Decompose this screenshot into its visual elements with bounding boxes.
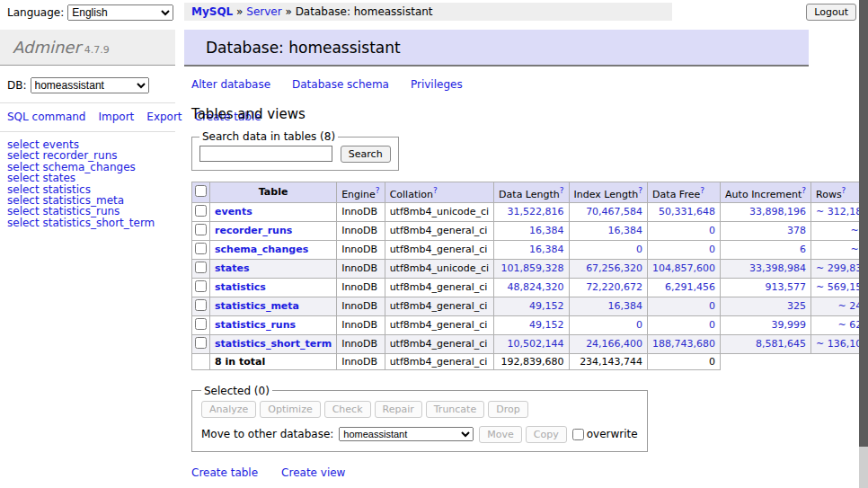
- tables-list: TableEngine?Collation?Data Length?Index …: [191, 182, 868, 370]
- index-length-cell: 67,256,320: [569, 259, 648, 278]
- table-name-cell: statistics_short_term: [210, 334, 337, 353]
- row-checkbox[interactable]: [195, 299, 207, 311]
- language-label: Language:: [7, 6, 64, 19]
- column-help-link[interactable]: ?: [842, 186, 846, 195]
- sidebar-actions: SQL commandImportExportCreate table: [0, 103, 175, 132]
- drop-button[interactable]: Drop: [488, 401, 527, 418]
- move-button[interactable]: Move: [479, 426, 522, 443]
- copy-button[interactable]: Copy: [526, 426, 567, 443]
- language-select[interactable]: English: [67, 4, 173, 21]
- column-help-link[interactable]: ?: [802, 186, 806, 195]
- table-links: select eventsselect recorder_runsselect …: [0, 132, 175, 235]
- app-version: 4.7.9: [84, 44, 110, 56]
- row-checkbox-cell: [192, 297, 210, 315]
- table-name-link[interactable]: states: [215, 262, 250, 274]
- auto-increment-cell: 378: [721, 221, 811, 240]
- row-checkbox[interactable]: [195, 262, 207, 273]
- breadcrumb-separator: »: [285, 5, 291, 18]
- analyze-button[interactable]: Analyze: [201, 401, 256, 418]
- search-input[interactable]: [199, 146, 332, 162]
- logout-button[interactable]: Logout: [806, 4, 856, 21]
- column-help-link[interactable]: ?: [433, 186, 438, 195]
- search-button[interactable]: Search: [341, 146, 391, 163]
- table-row: statisticsInnoDButf8mb4_general_ci48,824…: [192, 278, 868, 297]
- page-title: Database: homeassistant: [184, 30, 809, 67]
- sidebar-action-link[interactable]: Import: [98, 111, 134, 123]
- row-checkbox[interactable]: [195, 280, 207, 292]
- database-action-link[interactable]: Alter database: [191, 78, 270, 91]
- column-help-link[interactable]: ?: [638, 186, 642, 195]
- vertical-scrollbar[interactable]: [859, 0, 868, 488]
- engine-cell: InnoDB: [337, 240, 385, 259]
- auto-increment-cell: 6: [721, 240, 811, 259]
- scrollbar-thumb[interactable]: [859, 0, 868, 447]
- sidebar-select-link[interactable]: select statistics_runs: [7, 206, 168, 217]
- table-row: statistics_runsInnoDButf8mb4_general_ci4…: [192, 315, 868, 334]
- database-action-link[interactable]: Privileges: [411, 78, 463, 91]
- column-help-link[interactable]: ?: [376, 186, 380, 195]
- breadcrumb-current: Database: homeassistant: [296, 5, 433, 18]
- column-help-link[interactable]: ?: [700, 186, 704, 195]
- app-logo: Adminer4.7.9: [0, 30, 175, 66]
- index-length-cell: 16,384: [569, 297, 648, 315]
- database-links: Alter databaseDatabase schemaPrivileges: [191, 78, 809, 91]
- check-button[interactable]: Check: [324, 401, 371, 418]
- table-name-link[interactable]: statistics_short_term: [215, 338, 332, 350]
- truncate-button[interactable]: Truncate: [426, 401, 484, 418]
- column-header: Table: [210, 182, 337, 203]
- create-link[interactable]: Create table: [191, 466, 258, 479]
- sidebar-action-link[interactable]: SQL command: [7, 111, 85, 123]
- table-name-link[interactable]: recorder_runs: [215, 225, 292, 236]
- create-link[interactable]: Create view: [281, 466, 345, 479]
- row-checkbox[interactable]: [195, 205, 207, 217]
- breadcrumb-server-link[interactable]: Server: [246, 5, 281, 18]
- sidebar-action-link[interactable]: Export: [146, 111, 182, 123]
- index-length-cell: 70,467,584: [569, 202, 648, 221]
- index-length-cell: 24,166,400: [569, 334, 648, 353]
- sidebar-select-link[interactable]: select states: [7, 173, 168, 183]
- engine-cell: InnoDB: [337, 315, 385, 334]
- breadcrumb-separator: »: [236, 5, 243, 18]
- row-checkbox[interactable]: [195, 224, 207, 235]
- table-name-link[interactable]: statistics_runs: [215, 319, 296, 331]
- row-checkbox-cell: [192, 278, 210, 297]
- data-free-cell: 188,743,680: [648, 334, 721, 353]
- collation-cell: utf8mb4_general_ci: [385, 334, 493, 353]
- row-checkbox[interactable]: [195, 318, 207, 330]
- search-legend: Search data in tables (8): [199, 130, 338, 143]
- data-length-cell: 49,152: [494, 315, 569, 334]
- breadcrumb-mysql-link[interactable]: MySQL: [191, 5, 233, 18]
- repair-button[interactable]: Repair: [375, 401, 422, 418]
- sidebar-select-link[interactable]: select recorder_runs: [7, 150, 168, 161]
- column-header: Collation?: [385, 182, 493, 203]
- engine-cell: InnoDB: [337, 278, 385, 297]
- row-checkbox[interactable]: [195, 243, 207, 254]
- optimize-button[interactable]: Optimize: [260, 401, 320, 418]
- engine-cell: InnoDB: [337, 297, 385, 315]
- sidebar-select-link[interactable]: select statistics_short_term: [7, 217, 168, 228]
- table-name-link[interactable]: statistics_meta: [215, 300, 299, 312]
- overwrite-checkbox[interactable]: [572, 429, 584, 440]
- index-length-cell: 0: [569, 315, 648, 334]
- table-row: statistics_metaInnoDButf8mb4_general_ci4…: [192, 297, 868, 315]
- total-row: 8 in totalInnoDButf8mb4_general_ci192,83…: [192, 353, 868, 369]
- table-body: eventsInnoDButf8mb4_unicode_ci31,522,816…: [192, 202, 868, 369]
- move-db-select[interactable]: homeassistant: [339, 427, 474, 441]
- column-help-link[interactable]: ?: [560, 186, 564, 195]
- column-header: Data Free?: [648, 182, 721, 203]
- row-checkbox-cell: [192, 334, 210, 353]
- select-all-checkbox[interactable]: [195, 185, 207, 197]
- table-name-link[interactable]: schema_changes: [215, 244, 308, 255]
- table-name-link[interactable]: events: [215, 206, 252, 217]
- row-checkbox-cell: [192, 221, 210, 240]
- database-action-link[interactable]: Database schema: [292, 78, 389, 91]
- data-free-cell: 0: [648, 297, 721, 315]
- data-length-cell: 16,384: [494, 240, 569, 259]
- data-length-cell: 101,859,328: [494, 259, 569, 278]
- selected-legend: Selected (0): [201, 385, 272, 397]
- column-header: Engine?: [337, 182, 385, 203]
- data-free-cell: 0: [648, 315, 721, 334]
- row-checkbox[interactable]: [195, 337, 207, 349]
- table-name-link[interactable]: statistics: [215, 281, 266, 293]
- db-select[interactable]: homeassistant: [31, 77, 149, 93]
